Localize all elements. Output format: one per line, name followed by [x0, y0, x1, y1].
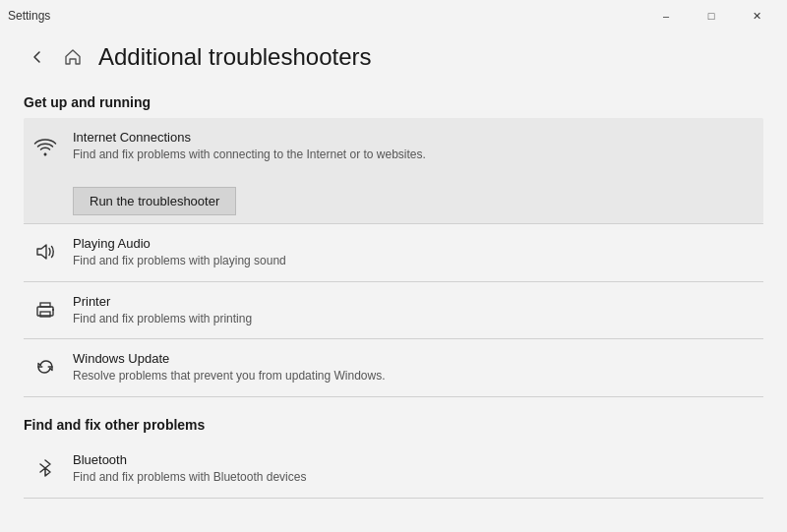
update-icon [31, 353, 59, 381]
printer-icon [31, 296, 59, 324]
title-bar-text: Settings [8, 9, 643, 23]
troubleshooter-item-bluetooth[interactable]: Bluetooth Find and fix problems with Blu… [24, 441, 763, 498]
page-title: Additional troubleshooters [98, 43, 372, 71]
troubleshooter-item-internet-connections[interactable]: Internet Connections Find and fix proble… [24, 118, 763, 223]
internet-connections-desc: Find and fix problems with connecting to… [73, 147, 756, 163]
maximize-button[interactable]: □ [689, 0, 734, 31]
printer-desc: Find and fix problems with printing [73, 311, 756, 327]
section-heading-find-fix: Find and fix other problems [24, 417, 763, 433]
run-troubleshooter-button[interactable]: Run the troubleshooter [73, 187, 236, 215]
item-top-internet-connections: Internet Connections Find and fix proble… [31, 130, 756, 163]
divider-4 [24, 396, 763, 397]
bluetooth-icon [31, 454, 59, 482]
back-button[interactable] [24, 43, 51, 71]
windows-update-desc: Resolve problems that prevent you from u… [73, 368, 756, 384]
windows-update-name: Windows Update [73, 351, 756, 366]
bluetooth-text: Bluetooth Find and fix problems with Blu… [73, 452, 756, 486]
bluetooth-desc: Find and fix problems with Bluetooth dev… [73, 469, 756, 486]
home-icon [63, 47, 83, 67]
printer-name: Printer [73, 294, 756, 309]
section-heading-get-up-running: Get up and running [24, 94, 763, 110]
wifi-icon [31, 132, 59, 159]
main-panel: Additional troubleshooters Get up and ru… [0, 31, 787, 532]
troubleshooter-item-printer[interactable]: Printer Find and fix problems with print… [24, 282, 763, 339]
svg-rect-3 [52, 309, 54, 311]
playing-audio-text: Playing Audio Find and fix problems with… [73, 236, 756, 269]
svg-rect-1 [40, 303, 50, 307]
title-bar: Settings – □ ✕ [0, 0, 787, 31]
title-bar-controls: – □ ✕ [643, 0, 779, 31]
content-area: Additional troubleshooters Get up and ru… [0, 31, 787, 532]
playing-audio-name: Playing Audio [73, 236, 756, 251]
page-header: Additional troubleshooters [24, 31, 763, 87]
audio-icon [31, 238, 59, 266]
troubleshooter-item-windows-update[interactable]: Windows Update Resolve problems that pre… [24, 339, 763, 396]
divider-5 [24, 498, 763, 499]
bluetooth-name: Bluetooth [73, 452, 756, 467]
troubleshooter-item-playing-audio[interactable]: Playing Audio Find and fix problems with… [24, 224, 763, 281]
close-button[interactable]: ✕ [734, 0, 779, 31]
minimize-button[interactable]: – [643, 0, 689, 31]
playing-audio-desc: Find and fix problems with playing sound [73, 253, 756, 269]
windows-update-text: Windows Update Resolve problems that pre… [73, 351, 756, 384]
internet-connections-name: Internet Connections [73, 130, 756, 145]
internet-connections-text: Internet Connections Find and fix proble… [73, 130, 756, 163]
printer-text: Printer Find and fix problems with print… [73, 294, 756, 327]
